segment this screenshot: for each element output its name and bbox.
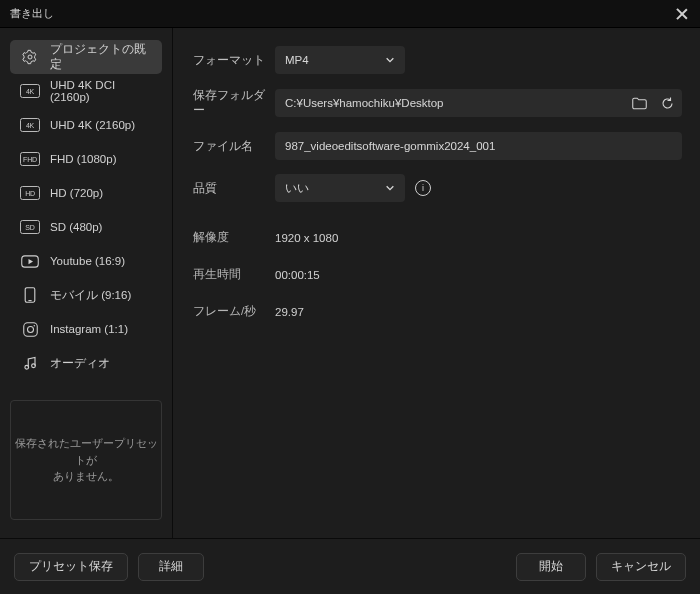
- audio-icon: [20, 356, 40, 370]
- preset-label: UHD 4K (2160p): [50, 119, 135, 131]
- save-preset-button[interactable]: プリセット保存: [14, 553, 128, 581]
- preset-label: プロジェクトの既定: [50, 42, 152, 72]
- preset-label: FHD (1080p): [50, 153, 116, 165]
- browse-folder-icon[interactable]: [630, 94, 648, 112]
- hd-badge-icon: HD: [20, 186, 40, 200]
- chevron-down-icon: [385, 183, 395, 193]
- preset-sidebar: プロジェクトの既定 4K UHD 4K DCI (2160p) 4K UHD 4…: [0, 28, 172, 538]
- window-title: 書き出し: [10, 6, 54, 21]
- instagram-icon: [20, 322, 40, 336]
- row-resolution: 解像度 1920 x 1080: [193, 230, 682, 245]
- svg-point-5: [27, 326, 33, 332]
- label-quality: 品質: [193, 181, 275, 196]
- svg-point-6: [33, 325, 35, 327]
- preset-label: SD (480p): [50, 221, 102, 233]
- preset-sd[interactable]: SD SD (480p): [10, 210, 162, 244]
- title-bar: 書き出し: [0, 0, 700, 28]
- label-format: フォーマット: [193, 53, 275, 68]
- label-folder: 保存フォルダー: [193, 88, 275, 118]
- row-quality: 品質 いい i: [193, 174, 682, 202]
- preset-fhd[interactable]: FHD FHD (1080p): [10, 142, 162, 176]
- chevron-down-icon: [385, 55, 395, 65]
- info-icon[interactable]: i: [415, 180, 431, 196]
- meta-block: 解像度 1920 x 1080 再生時間 00:00:15 フレーム/秒 29.…: [193, 230, 682, 319]
- export-dialog: 書き出し プロジェクトの既定 4K UHD 4K DCI (2160p): [0, 0, 700, 594]
- preset-uhd-4k[interactable]: 4K UHD 4K (2160p): [10, 108, 162, 142]
- row-format: フォーマット MP4: [193, 46, 682, 74]
- close-icon[interactable]: [674, 6, 690, 22]
- svg-rect-4: [23, 322, 37, 336]
- export-settings-panel: フォーマット MP4 保存フォルダー C:¥Users¥hamochiku¥De…: [173, 28, 700, 538]
- svg-point-7: [24, 365, 28, 369]
- preset-label: モバイル (9:16): [50, 288, 131, 303]
- preset-label: Instagram (1:1): [50, 323, 128, 335]
- label-filename: ファイル名: [193, 139, 275, 154]
- fhd-badge-icon: FHD: [20, 152, 40, 166]
- label-fps: フレーム/秒: [193, 304, 275, 319]
- 4k-badge-icon: 4K: [20, 84, 40, 98]
- user-preset-empty-box: 保存されたユーザープリセットが ありません。: [10, 400, 162, 520]
- user-preset-empty-text: 保存されたユーザープリセットが ありません。: [11, 435, 161, 485]
- cancel-button[interactable]: キャンセル: [596, 553, 686, 581]
- settings-icon: [20, 50, 40, 64]
- folder-value: C:¥Users¥hamochiku¥Desktop: [285, 97, 444, 109]
- refresh-icon[interactable]: [658, 94, 676, 112]
- dialog-footer: プリセット保存 詳細 開始 キャンセル: [0, 538, 700, 594]
- preset-label: オーディオ: [50, 356, 110, 371]
- fps-value: 29.97: [275, 306, 304, 318]
- start-button[interactable]: 開始: [516, 553, 586, 581]
- detail-button[interactable]: 詳細: [138, 553, 204, 581]
- row-fps: フレーム/秒 29.97: [193, 304, 682, 319]
- preset-audio[interactable]: オーディオ: [10, 346, 162, 380]
- preset-label: HD (720p): [50, 187, 103, 199]
- preset-uhd-4k-dci[interactable]: 4K UHD 4K DCI (2160p): [10, 74, 162, 108]
- preset-instagram[interactable]: Instagram (1:1): [10, 312, 162, 346]
- format-select[interactable]: MP4: [275, 46, 405, 74]
- preset-label: Youtube (16:9): [50, 255, 125, 267]
- preset-mobile[interactable]: モバイル (9:16): [10, 278, 162, 312]
- preset-project-default[interactable]: プロジェクトの既定: [10, 40, 162, 74]
- youtube-icon: [20, 254, 40, 268]
- mobile-icon: [20, 288, 40, 302]
- duration-value: 00:00:15: [275, 269, 320, 281]
- row-filename: ファイル名 987_videoeditsoftware-gommix2024_0…: [193, 132, 682, 160]
- row-folder: 保存フォルダー C:¥Users¥hamochiku¥Desktop: [193, 88, 682, 118]
- label-resolution: 解像度: [193, 230, 275, 245]
- preset-label: UHD 4K DCI (2160p): [50, 79, 152, 103]
- preset-youtube[interactable]: Youtube (16:9): [10, 244, 162, 278]
- svg-point-8: [31, 363, 35, 367]
- filename-input[interactable]: 987_videoeditsoftware-gommix2024_001: [275, 132, 682, 160]
- format-value: MP4: [285, 54, 309, 66]
- resolution-value: 1920 x 1080: [275, 232, 338, 244]
- preset-list: プロジェクトの既定 4K UHD 4K DCI (2160p) 4K UHD 4…: [10, 40, 162, 380]
- row-duration: 再生時間 00:00:15: [193, 267, 682, 282]
- quality-select[interactable]: いい: [275, 174, 405, 202]
- svg-point-0: [28, 55, 32, 59]
- preset-hd[interactable]: HD HD (720p): [10, 176, 162, 210]
- folder-input[interactable]: C:¥Users¥hamochiku¥Desktop: [275, 89, 682, 117]
- label-duration: 再生時間: [193, 267, 275, 282]
- quality-value: いい: [285, 181, 309, 196]
- sd-badge-icon: SD: [20, 220, 40, 234]
- filename-value: 987_videoeditsoftware-gommix2024_001: [285, 140, 495, 152]
- 4k-badge-icon: 4K: [20, 118, 40, 132]
- dialog-body: プロジェクトの既定 4K UHD 4K DCI (2160p) 4K UHD 4…: [0, 28, 700, 538]
